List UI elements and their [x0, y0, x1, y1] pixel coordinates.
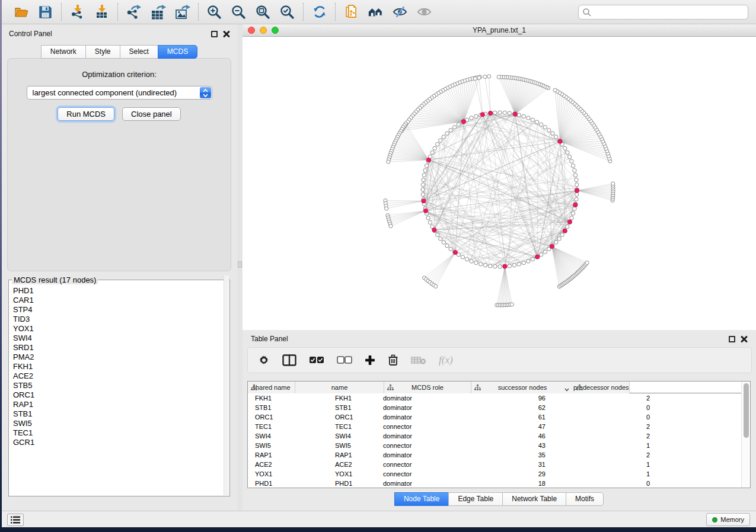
deselect-all-columns-icon[interactable]: [337, 356, 352, 364]
mcds-result-node[interactable]: PMA2: [13, 352, 229, 362]
mcds-result-node[interactable]: ORC1: [13, 390, 229, 400]
delete-column-icon[interactable]: [388, 354, 398, 366]
zoom-in-icon[interactable]: [206, 4, 222, 20]
table-row[interactable]: STB1 STB1 dominator 62 0: [248, 403, 750, 412]
column-layout-icon[interactable]: [282, 354, 296, 366]
criterion-selected-value: largest connected component (undirected): [27, 88, 177, 97]
delete-table-icon-disabled: [411, 355, 426, 365]
table-panel: Table Panel: [243, 330, 756, 511]
window-minimize-icon[interactable]: [260, 27, 267, 34]
search-input[interactable]: [592, 5, 748, 19]
mcds-result-node[interactable]: TID3: [13, 315, 229, 324]
mcds-result-node[interactable]: SWI4: [13, 334, 229, 343]
network-window-titlebar[interactable]: YPA_prune.txt_1: [243, 24, 756, 37]
open-folder-icon[interactable]: [13, 4, 29, 20]
table-settings-gear-icon[interactable]: [258, 354, 270, 366]
sort-chevron-icon[interactable]: [564, 386, 569, 393]
network-graph[interactable]: [243, 37, 756, 330]
mcds-result-node[interactable]: TEC1: [13, 428, 229, 438]
list-icon: [11, 516, 20, 524]
mcds-result-node[interactable]: ACE2: [13, 371, 229, 381]
export-image-icon[interactable]: [174, 4, 190, 20]
import-network-icon[interactable]: [69, 4, 85, 20]
mcds-result-node[interactable]: STB5: [13, 381, 229, 390]
column-header[interactable]: predecessor nodes: [573, 382, 630, 393]
network-canvas[interactable]: [243, 37, 756, 330]
node-table: shared name name: [247, 381, 751, 488]
toolbar-separator: [335, 3, 336, 21]
table-type-tab[interactable]: Edge Table: [448, 492, 503, 506]
mcds-result-node[interactable]: STP4: [13, 305, 229, 315]
show-all-eye-icon: [416, 4, 432, 20]
zoom-out-icon[interactable]: [231, 4, 247, 20]
mcds-result-list[interactable]: PHD1CAR1STP4TID3YOX1SWI4SRD1PMA2FKH1ACE2…: [9, 284, 229, 492]
table-row[interactable]: SWI4 SWI4 dominator 46 2: [248, 431, 750, 441]
table-type-tab[interactable]: Node Table: [394, 492, 449, 506]
save-icon[interactable]: [37, 4, 53, 20]
network-window: YPA_prune.txt_1: [243, 24, 756, 330]
search-field[interactable]: [578, 5, 748, 20]
namespace-tree-icon: [576, 384, 583, 392]
table-scrollbar-thumb[interactable]: [744, 383, 749, 438]
table-row[interactable]: TEC1 TEC1 connector 47 2: [248, 422, 750, 431]
window-close-icon[interactable]: [248, 27, 255, 34]
table-row[interactable]: ACE2 ACE2 connector 31 1: [248, 460, 750, 469]
mcds-result-node[interactable]: CAR1: [13, 296, 229, 305]
mcds-result-node[interactable]: YOX1: [13, 324, 229, 334]
column-header[interactable]: name: [295, 382, 384, 393]
column-header[interactable]: MCDS role: [384, 382, 471, 393]
table-row[interactable]: FKH1 FKH1 dominator 96 2: [248, 393, 750, 403]
mcds-result-node[interactable]: GCR1: [13, 438, 229, 447]
mcds-result-node[interactable]: FKH1: [13, 362, 229, 371]
memory-status-dot: [712, 517, 717, 523]
hide-selected-eye-icon[interactable]: [392, 4, 408, 20]
column-header[interactable]: shared name: [248, 382, 295, 393]
toolbar-separator: [198, 3, 199, 21]
refresh-icon[interactable]: [311, 4, 327, 20]
zoom-selected-icon[interactable]: [279, 4, 295, 20]
mcds-result-box: MCDS result (17 nodes) PHD1CAR1STP4TID3Y…: [8, 275, 230, 496]
add-column-icon[interactable]: [365, 355, 375, 366]
mcds-result-node[interactable]: STB1: [13, 409, 229, 419]
namespace-tree-icon: [387, 384, 394, 392]
mcds-result-node[interactable]: PHD1: [13, 286, 229, 296]
export-table-icon[interactable]: [150, 4, 166, 20]
mcds-result-node[interactable]: SWI5: [13, 419, 229, 428]
task-history-button[interactable]: [7, 514, 24, 526]
memory-button[interactable]: Memory: [706, 513, 750, 526]
houses-icon[interactable]: [368, 4, 384, 20]
control-panel-tab[interactable]: Style: [85, 45, 120, 59]
new-network-from-selection-icon[interactable]: [343, 4, 359, 20]
panel-splitter[interactable]: [237, 24, 243, 511]
dropdown-stepper-icon: [200, 87, 211, 98]
import-table-icon[interactable]: [94, 4, 110, 20]
table-row[interactable]: PHD1 PHD1 dominator 18 0: [248, 479, 750, 488]
column-header[interactable]: successor nodes: [471, 382, 573, 393]
table-type-tab[interactable]: Network Table: [502, 492, 566, 506]
table-scrollbar[interactable]: [741, 382, 750, 488]
criterion-dropdown[interactable]: largest connected component (undirected): [27, 86, 212, 100]
search-icon: [582, 8, 592, 17]
export-network-icon[interactable]: [126, 4, 142, 20]
select-all-columns-icon[interactable]: [309, 356, 324, 364]
control-panel-tab[interactable]: MCDS: [158, 45, 197, 59]
splitter-grip[interactable]: [238, 261, 242, 268]
control-panel-tab[interactable]: Network: [41, 45, 86, 59]
result-scrollbar[interactable]: [224, 275, 229, 495]
float-table-panel-icon[interactable]: [729, 336, 735, 342]
mcds-result-node[interactable]: SRD1: [13, 343, 229, 352]
control-panel-tab[interactable]: Select: [120, 45, 158, 59]
window-maximize-icon[interactable]: [272, 27, 279, 34]
table-row[interactable]: RAP1 RAP1 dominator 35 2: [248, 450, 750, 460]
float-panel-icon[interactable]: [211, 31, 218, 37]
table-type-tab[interactable]: Motifs: [566, 492, 604, 506]
close-panel-icon[interactable]: [223, 30, 230, 37]
table-row[interactable]: YOX1 YOX1 connector 29 1: [248, 469, 750, 479]
zoom-fit-icon[interactable]: [255, 4, 271, 20]
close-panel-button[interactable]: Close panel: [122, 107, 181, 121]
table-row[interactable]: ORC1 ORC1 dominator 61 0: [248, 412, 750, 422]
close-table-panel-icon[interactable]: [741, 335, 748, 342]
table-row[interactable]: SWI5 SWI5 connector 43 1: [248, 441, 750, 450]
run-mcds-button[interactable]: Run MCDS: [58, 107, 114, 121]
mcds-result-node[interactable]: RAP1: [13, 400, 229, 409]
